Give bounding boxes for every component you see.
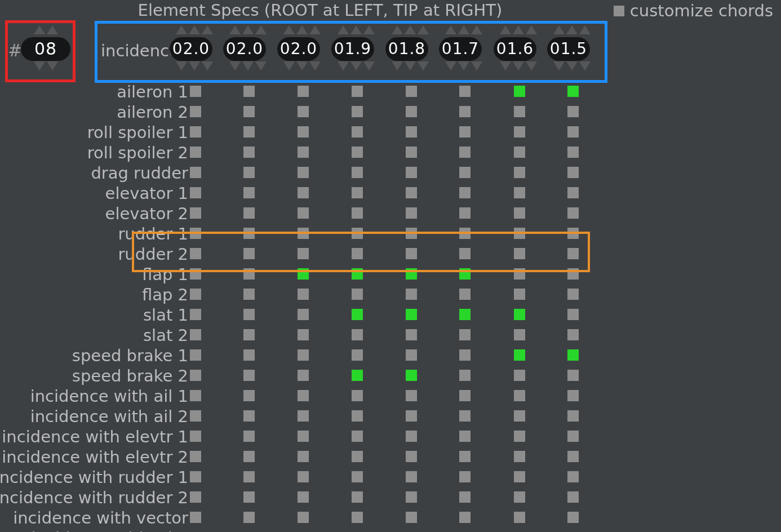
element-count-value[interactable]: 08 xyxy=(21,37,70,61)
arrow-up-icon[interactable] xyxy=(553,25,565,34)
cell-10-4[interactable] xyxy=(406,289,417,300)
cell-15-1[interactable] xyxy=(243,390,255,401)
cell-14-2[interactable] xyxy=(298,370,309,381)
cell-21-1[interactable] xyxy=(243,512,255,523)
cell-18-6[interactable] xyxy=(514,451,525,462)
cell-7-3[interactable] xyxy=(352,228,363,239)
arrow-down-icon[interactable] xyxy=(255,61,267,70)
cell-13-1[interactable] xyxy=(243,349,255,361)
cell-12-1[interactable] xyxy=(243,329,255,340)
cell-19-2[interactable] xyxy=(298,471,309,482)
cell-7-7[interactable] xyxy=(567,228,579,239)
cell-21-2[interactable] xyxy=(298,512,309,523)
arrow-down-icon[interactable] xyxy=(363,61,375,70)
cell-9-7[interactable] xyxy=(567,268,579,280)
cell-12-6[interactable] xyxy=(514,329,525,340)
cell-17-0[interactable] xyxy=(190,431,201,442)
spinner-up-row[interactable] xyxy=(494,25,543,37)
cell-20-5[interactable] xyxy=(459,491,471,503)
cell-15-5[interactable] xyxy=(459,390,471,401)
cell-10-3[interactable] xyxy=(352,289,363,300)
cell-19-4[interactable] xyxy=(406,471,417,482)
arrow-up-icon[interactable] xyxy=(526,25,537,34)
cell-13-4[interactable] xyxy=(406,349,417,361)
cell-4-4[interactable] xyxy=(406,167,417,178)
incidence-spinner-2[interactable]: 02.0 xyxy=(277,25,327,73)
arrow-up-icon[interactable] xyxy=(338,25,349,34)
arrow-up-icon[interactable] xyxy=(202,25,213,34)
arrow-up-icon[interactable] xyxy=(47,25,58,34)
cell-19-7[interactable] xyxy=(567,471,579,482)
cell-19-5[interactable] xyxy=(459,471,471,482)
cell-8-2[interactable] xyxy=(298,248,309,259)
cell-11-6[interactable] xyxy=(514,309,525,320)
cell-5-3[interactable] xyxy=(352,187,363,198)
cell-19-0[interactable] xyxy=(190,471,201,482)
cell-19-6[interactable] xyxy=(514,471,525,482)
cell-2-5[interactable] xyxy=(459,126,471,138)
incidence-value-3[interactable]: 01.9 xyxy=(331,37,374,61)
cell-12-0[interactable] xyxy=(190,329,201,340)
cell-8-7[interactable] xyxy=(567,248,579,259)
cell-18-4[interactable] xyxy=(406,451,417,462)
cell-7-5[interactable] xyxy=(459,228,471,239)
cell-15-0[interactable] xyxy=(190,390,201,401)
cell-2-3[interactable] xyxy=(352,126,363,138)
incidence-value-4[interactable]: 01.8 xyxy=(385,37,428,61)
cell-13-0[interactable] xyxy=(190,349,201,361)
arrow-up-icon[interactable] xyxy=(176,25,187,34)
arrow-down-icon[interactable] xyxy=(405,61,416,70)
cell-3-6[interactable] xyxy=(514,147,525,158)
cell-17-6[interactable] xyxy=(514,431,525,442)
arrow-up-icon[interactable] xyxy=(255,25,267,34)
cell-20-6[interactable] xyxy=(514,491,525,503)
arrow-up-icon[interactable] xyxy=(350,25,362,34)
arrow-up-icon[interactable] xyxy=(189,25,200,34)
cell-13-7[interactable] xyxy=(567,349,579,361)
arrow-down-icon[interactable] xyxy=(445,61,456,70)
cell-11-2[interactable] xyxy=(298,309,309,320)
cell-8-1[interactable] xyxy=(243,248,255,259)
cell-1-3[interactable] xyxy=(352,106,363,117)
cell-14-1[interactable] xyxy=(243,370,255,381)
cell-6-0[interactable] xyxy=(190,207,201,219)
cell-5-4[interactable] xyxy=(406,187,417,198)
cell-5-2[interactable] xyxy=(298,187,309,198)
cell-18-3[interactable] xyxy=(352,451,363,462)
cell-1-1[interactable] xyxy=(243,106,255,117)
cell-14-4[interactable] xyxy=(406,370,417,381)
spinner-down-row[interactable] xyxy=(170,61,219,73)
cell-8-3[interactable] xyxy=(352,248,363,259)
arrow-up-icon[interactable] xyxy=(296,25,308,34)
cell-18-2[interactable] xyxy=(298,451,309,462)
spinner-down-row[interactable] xyxy=(547,61,597,73)
cell-11-5[interactable] xyxy=(459,309,471,320)
spinner-up-row[interactable] xyxy=(170,25,219,37)
incidence-value-5[interactable]: 01.7 xyxy=(439,37,482,61)
cell-1-7[interactable] xyxy=(567,106,579,117)
cell-4-3[interactable] xyxy=(352,167,363,178)
arrow-down-icon[interactable] xyxy=(458,61,469,70)
arrow-down-icon[interactable] xyxy=(350,61,362,70)
arrow-down-icon[interactable] xyxy=(47,61,58,70)
incidence-spinner-5[interactable]: 01.7 xyxy=(439,25,489,73)
cell-0-4[interactable] xyxy=(406,86,417,97)
arrow-up-icon[interactable] xyxy=(566,25,578,34)
cell-20-4[interactable] xyxy=(406,491,417,503)
cell-2-2[interactable] xyxy=(298,126,309,138)
cell-7-0[interactable] xyxy=(190,228,201,239)
cell-7-2[interactable] xyxy=(298,228,309,239)
cell-4-1[interactable] xyxy=(243,167,255,178)
cell-15-3[interactable] xyxy=(352,390,363,401)
incidence-value-1[interactable]: 02.0 xyxy=(223,37,266,61)
cell-2-0[interactable] xyxy=(190,126,201,138)
cell-16-4[interactable] xyxy=(406,410,417,422)
cell-3-2[interactable] xyxy=(298,147,309,158)
cell-12-2[interactable] xyxy=(298,329,309,340)
cell-9-5[interactable] xyxy=(459,268,471,280)
arrow-up-icon[interactable] xyxy=(34,25,45,34)
cell-9-3[interactable] xyxy=(352,268,363,280)
cell-16-2[interactable] xyxy=(298,410,309,422)
cell-11-0[interactable] xyxy=(190,309,201,320)
cell-21-6[interactable] xyxy=(514,512,525,523)
